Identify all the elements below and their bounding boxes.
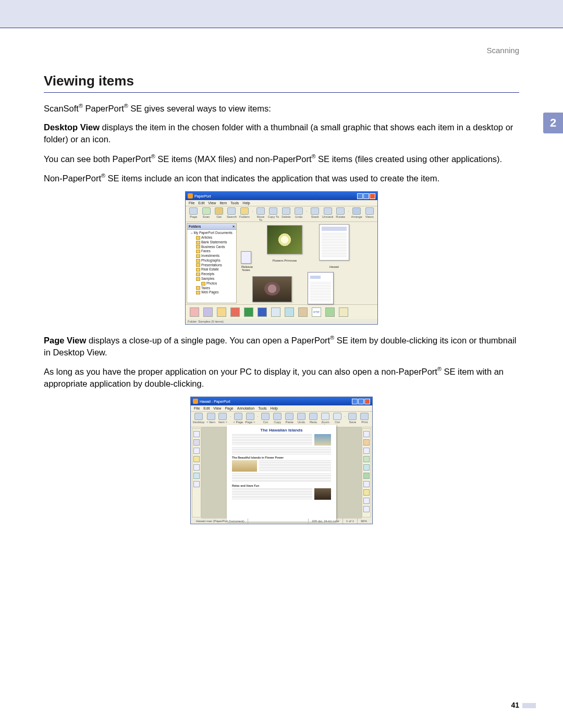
sendto-icon[interactable] [271,307,280,317]
tool-icon[interactable] [363,456,370,462]
document-page: The Hawaiian Islands The Beautiful Islan… [227,425,336,522]
sendto-icon[interactable] [298,307,308,317]
tb-moveto[interactable]: Move To [255,207,266,221]
folder-node[interactable]: Bank Statements [188,240,236,245]
maximize-icon[interactable] [358,399,364,404]
menu-item[interactable]: Item [219,201,227,205]
menu-edit[interactable]: Edit [203,406,210,410]
tb-copyto[interactable]: Copy To [267,207,279,218]
tool-icon[interactable] [363,464,370,471]
menu-help[interactable]: Help [271,406,278,410]
tb-page[interactable]: Page [188,207,199,218]
menu-tools[interactable]: Tools [230,201,239,205]
sendto-word-icon[interactable] [258,307,267,317]
tb-arrange[interactable]: Arrange [351,207,362,218]
folder-tree[interactable]: – My PaperPort DocumentsArticlesBank Sta… [187,230,236,303]
thumb-hawaii-doc[interactable]: Hawaii [319,224,349,261]
tool-icon[interactable] [363,473,370,479]
tool-icon[interactable] [363,498,370,504]
menu-annotation[interactable]: Annotation [237,406,254,410]
tool-icon[interactable] [363,431,370,437]
pointer-icon[interactable] [193,431,200,437]
tb-scan[interactable]: Scan [200,207,212,218]
tb-stack[interactable]: Stack [309,207,321,218]
tb-save[interactable]: Save [347,413,358,424]
tool-icon[interactable] [363,506,370,512]
folder-node[interactable]: – My PaperPort Documents [188,231,236,236]
folder-node[interactable]: Web Pages [188,290,236,295]
folder-node[interactable]: Real Estate [188,267,236,272]
sendto-icon[interactable] [217,307,226,317]
tb-prev-page[interactable]: < Page [232,413,243,424]
tool-icon[interactable] [363,448,370,454]
tb-copy[interactable]: Copy [272,413,283,424]
thumb-flowers[interactable]: Flowers Primrose [267,225,302,254]
tb-rotate[interactable]: Rotate [335,207,346,218]
sendto-icon[interactable] [285,307,294,317]
tb-zoom-out[interactable]: Out [332,413,343,424]
sendto-icon[interactable] [339,307,348,317]
tb-folders[interactable]: Folders [239,207,250,218]
freehand-icon[interactable] [193,464,200,471]
tb-delete[interactable]: Delete [280,207,292,218]
sendto-excel-icon[interactable] [244,307,253,317]
tool-icon[interactable] [363,489,370,496]
close-icon[interactable] [364,399,370,404]
sendto-icon[interactable] [190,307,199,317]
folder-node[interactable]: Photographs [188,258,236,263]
tb-paste[interactable]: Paste [284,413,295,424]
tb-next-item[interactable]: Item > [217,413,228,424]
menu-view[interactable]: View [213,406,221,410]
desktop-view-term: Desktop View [44,122,100,132]
sendto-icon[interactable] [230,307,240,317]
tb-undo[interactable]: Undo [296,413,307,424]
highlighter-icon[interactable] [193,456,200,462]
folder-node[interactable]: Taxes [188,286,236,291]
tool-icon[interactable] [363,439,370,446]
maximize-icon[interactable] [363,193,369,199]
menu-help[interactable]: Help [242,201,250,205]
sendto-icon[interactable] [203,307,213,317]
panel-close-icon[interactable]: × [232,225,235,228]
stamp-icon[interactable] [193,481,200,487]
text-icon[interactable] [193,448,200,454]
desktop-canvas[interactable]: Release Notes Flowers Primrose Hawaii [238,222,377,304]
tb-print[interactable]: Print [359,413,370,424]
thumb-paperport-doc[interactable] [308,272,334,304]
tool-icon[interactable] [363,481,370,487]
folder-node[interactable]: Receipts [188,272,236,277]
thumb-cat-photo[interactable] [252,276,292,302]
minimize-icon[interactable] [352,399,358,404]
tb-cut[interactable]: Cut [260,413,271,424]
tb-undo[interactable]: Undo [293,207,304,218]
folder-node[interactable]: Faxes [188,249,236,254]
menu-file[interactable]: File [189,201,194,205]
folder-node[interactable]: Photos [188,281,236,286]
folder-node[interactable]: Articles [188,236,236,240]
page-viewport[interactable]: The Hawaiian Islands The Beautiful Islan… [201,427,362,519]
thumb-release-notes[interactable]: Release Notes [241,251,251,264]
menu-view[interactable]: View [208,201,216,205]
folder-node[interactable]: Samples [188,277,236,281]
menu-page[interactable]: Page [225,406,233,410]
tb-redo[interactable]: Redo [308,413,319,424]
folder-node[interactable]: Presentations [188,263,236,268]
minimize-icon[interactable] [357,193,363,199]
tb-next-page[interactable]: Page > [244,413,255,424]
menu-tools[interactable]: Tools [258,406,266,410]
select-icon[interactable] [193,439,200,446]
tb-get[interactable]: Get [213,207,225,218]
menu-file[interactable]: File [194,406,200,410]
folder-node[interactable]: Investments [188,254,236,258]
sendto-ftp-icon[interactable]: FTP [312,307,321,317]
tb-desktop[interactable]: Desktop [193,413,204,424]
close-icon[interactable] [370,193,375,199]
folder-node[interactable]: Business Cards [188,245,236,250]
tb-prev-item[interactable]: < Item [205,413,216,424]
tb-views[interactable]: Views [364,207,375,218]
tb-unstack[interactable]: Unstack [322,207,334,218]
check-icon[interactable] [193,473,200,479]
sendto-icon[interactable] [325,307,335,317]
tb-search[interactable]: Search [226,207,237,218]
menu-edit[interactable]: Edit [198,201,204,205]
